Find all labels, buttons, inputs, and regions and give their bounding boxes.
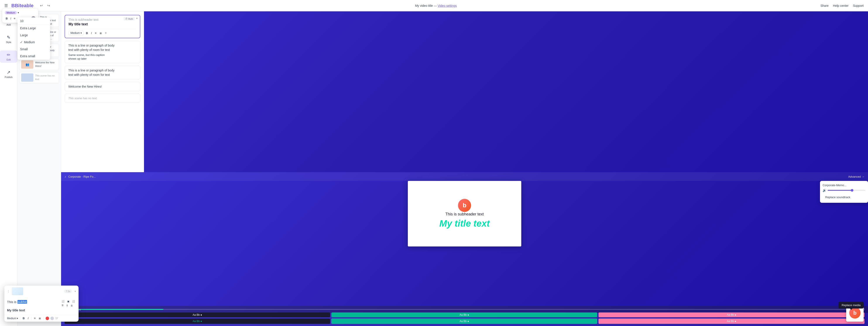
hamburger-icon[interactable]: ☰ — [4, 3, 8, 8]
advanced-button[interactable]: Advanced → — [848, 175, 865, 178]
color-combo-2[interactable]: Aa Bb ● — [332, 313, 597, 317]
fe-format-label: Medium — [7, 317, 17, 320]
color-combos-panel: Color combos Aa Bb ● Aa Bb ● Aa Bb ● Aa … — [61, 306, 868, 326]
body-text-3a: This is a line or paragraph of body — [68, 69, 136, 72]
time-badge: 7.5s — [64, 290, 72, 293]
share-button[interactable]: Share — [820, 4, 829, 7]
sidebar-add-label: Add — [6, 23, 11, 26]
publish-icon: ↗ — [7, 70, 10, 75]
color-combos-title: Color combos — [65, 308, 865, 311]
chevron-icon: ▾ — [18, 11, 19, 14]
volume-icon: 🔊 — [823, 189, 826, 192]
check-icon: ✓ — [20, 40, 23, 44]
color-red-dot[interactable] — [45, 317, 49, 320]
italic-fe-btn[interactable]: I — [27, 316, 29, 320]
video-title: My video title — [415, 4, 433, 7]
valign-bot-btn[interactable]: ⇊ — [70, 304, 73, 307]
align-center-btn[interactable]: ▣ — [66, 300, 70, 303]
align-right-btn[interactable]: ⬜ — [71, 300, 76, 303]
redo-button[interactable]: ↪ — [46, 3, 51, 8]
color-combo-6[interactable]: Aa Bb ● — [598, 319, 865, 324]
preview-logo: b — [458, 199, 471, 212]
format-select-ftc[interactable]: Medium ▾ — [5, 11, 36, 15]
app-logo: BBiteable — [11, 3, 33, 8]
font-size-extra-large[interactable]: Extra Large — [18, 25, 50, 32]
scene-item-4[interactable]: 👥 Welcome the New Hires! — [19, 59, 59, 70]
align-row-1: ⬜ ▣ ⬜ — [61, 300, 76, 303]
ul-ftc[interactable]: ≡ — [13, 17, 17, 21]
soundtrack-popover: Corporate-Memo... 🔊 Replace soundtrack — [820, 181, 868, 203]
title-text-1: My title text — [68, 22, 136, 26]
fe-highlight: subhe — [18, 300, 27, 304]
ul-fe-btn[interactable]: ≡ — [33, 316, 37, 320]
fe-format-select[interactable]: Medium ▾ — [7, 317, 18, 320]
bold-btn-1[interactable]: B — [85, 31, 89, 35]
floating-editor-card: ⋮ 7.5s ▾ This is subhe ⬜ ▣ ⬜ ⇈ ⇕ ⇊ — [4, 286, 79, 322]
body-text-2b: text with plenty of room for text — [68, 48, 136, 52]
italic-btn-1[interactable]: I — [90, 31, 93, 35]
replace-soundtrack-button[interactable]: Replace soundtrack — [823, 194, 865, 200]
undo-button[interactable]: ↩ — [39, 3, 44, 8]
main-layout: ＋ Add ✎ Style ✏ Edit ↗ Publish ⋮ Title T — [0, 11, 868, 326]
ol-fe-btn[interactable]: ≣ — [38, 316, 42, 320]
format-badge: Medium — [5, 11, 17, 15]
color-combo-5[interactable]: Aa Bb ● — [332, 319, 597, 324]
scene-edit-block-2: This is a line or paragraph of body text… — [65, 41, 140, 63]
color-combo-3[interactable]: Aa Bb ● — [598, 313, 865, 317]
music-label: Corporate - Ripe Fo... — [68, 175, 96, 178]
font-size-large[interactable]: Large — [18, 32, 50, 39]
fe-thumbnail — [12, 287, 23, 295]
color-gray-dot[interactable] — [51, 317, 54, 320]
color-combo-4[interactable]: Aa Bb ● — [65, 319, 330, 324]
align-left-btn[interactable]: ⬜ — [61, 300, 65, 303]
font-size-medium[interactable]: ✓ Medium — [18, 39, 50, 46]
list-ordered-btn-1[interactable]: ≣ — [99, 31, 103, 35]
list-btn-1[interactable]: ≡ — [94, 31, 97, 35]
body-text-2a: This is a line or paragraph of body — [68, 44, 136, 47]
sidebar-style-label: Style — [6, 41, 11, 44]
color-combos-grid: Aa Bb ● Aa Bb ● Aa Bb ● Aa Bb ● Aa Bb ● … — [65, 313, 865, 324]
advanced-label: Advanced — [848, 175, 861, 178]
format-select-1[interactable]: Medium ▾ — [68, 31, 84, 35]
editor-area: ⏱ Auto ▼ This is subheader text My title… — [61, 11, 868, 326]
valign-top-btn[interactable]: ⇈ — [61, 304, 64, 307]
bold-fe-btn[interactable]: B — [22, 316, 26, 320]
replace-media-tooltip: Replace media — [839, 302, 864, 308]
font-size-input[interactable]: 10 — [18, 18, 50, 25]
style-icon: ✎ — [7, 35, 10, 40]
font-size-small[interactable]: Small — [18, 46, 50, 53]
fe-title-line: My title text — [7, 308, 76, 312]
caption-text-2a: Same scene, but this caption — [68, 53, 136, 57]
sidebar-publish-label: Publish — [5, 76, 12, 78]
nav-right: Share Help center Support — [820, 4, 864, 7]
scene-item-5[interactable]: This scene has no text. — [19, 72, 59, 83]
scene-edit-block-1: ⏱ Auto ▼ This is subheader text My title… — [65, 15, 140, 38]
collapse-icon[interactable]: ▼ — [136, 17, 138, 21]
link-btn-1[interactable]: ⌗ — [104, 31, 107, 35]
align-row-2: ⇈ ⇕ ⇊ — [61, 304, 76, 307]
edit-icon: ✏ — [7, 52, 10, 57]
video-settings-link[interactable]: Video settings — [438, 4, 457, 7]
help-center-button[interactable]: Help center — [833, 4, 848, 7]
top-navigation: ☰ BBiteable ↩ ↪ My video title — Video s… — [0, 0, 868, 11]
font-size-extra-small[interactable]: Extra small — [18, 53, 50, 60]
italic-ftc[interactable]: I — [9, 17, 12, 21]
align-controls: ⬜ ▣ ⬜ ⇈ ⇕ ⇊ — [61, 300, 76, 307]
sidebar-item-style[interactable]: ✎ Style — [0, 33, 17, 45]
caption-text-2b: shows up later — [68, 57, 136, 60]
sidebar-item-edit[interactable]: ✏ Edit — [0, 51, 17, 63]
volume-fill — [828, 190, 852, 191]
sidebar-item-publish[interactable]: ↗ Publish — [0, 68, 17, 80]
color-combo-1[interactable]: Aa Bb ● — [65, 313, 330, 317]
valign-mid-btn[interactable]: ⇕ — [65, 304, 69, 307]
bold-ftc[interactable]: B — [5, 17, 8, 21]
scene-text-4: Welcome the New Hires! — [35, 61, 57, 68]
expand-icon[interactable]: ▾ — [74, 290, 76, 293]
scene-edit-block-5: This scene has no text. — [65, 94, 140, 103]
support-button[interactable]: Support — [853, 4, 864, 7]
volume-slider[interactable] — [828, 190, 865, 191]
scene-thumb-4: 👥 — [21, 60, 33, 69]
body-text-4: Welcome the New Hires! — [68, 85, 136, 88]
fe-dots-icon[interactable]: ⋮ — [7, 290, 10, 293]
fe-text-line: This is subhe — [7, 300, 27, 307]
